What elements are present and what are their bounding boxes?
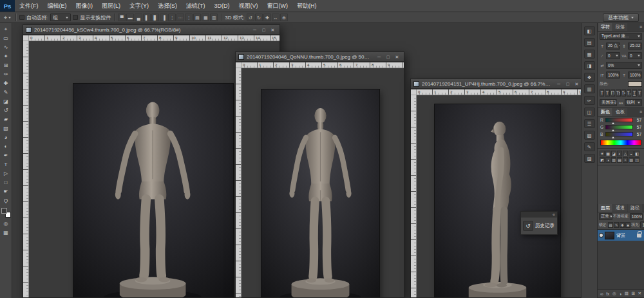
tracking-select[interactable]: 0 — [628, 52, 642, 59]
close-button[interactable]: ✕ — [393, 53, 401, 61]
delete-layer-icon[interactable]: ✕ — [638, 291, 641, 296]
slider-thumb[interactable] — [612, 129, 614, 131]
maximize-button[interactable]: □ — [564, 80, 572, 88]
red-slider[interactable] — [605, 118, 633, 122]
align-top-edges-icon[interactable]: ▀ — [118, 14, 126, 21]
lock-transparent-pixels-icon[interactable]: ▨ — [608, 222, 613, 228]
lock-all-icon[interactable]: ■ — [625, 222, 630, 228]
rectangular-marquee-tool[interactable]: ▭ — [1, 34, 10, 42]
crop-tool[interactable]: ⊞ — [1, 61, 10, 70]
notes-panel-icon[interactable]: ✎ — [584, 142, 595, 151]
properties-panel-icon[interactable]: ◨ — [584, 61, 595, 70]
history-panel-button[interactable]: ↺ 历史记录 — [521, 218, 557, 234]
clone-stamp-tool[interactable]: ◪ — [1, 97, 10, 106]
canvas-area[interactable] — [242, 68, 404, 297]
3d-rotate-icon[interactable]: ↺ — [247, 14, 254, 21]
character-style-button[interactable]: T̲ — [632, 89, 636, 97]
histogram-panel-icon[interactable]: ▦ — [584, 50, 595, 59]
brush-tool[interactable]: ✎ — [1, 88, 10, 97]
font-size-select[interactable]: 26 点 — [606, 42, 620, 50]
close-button[interactable]: ✕ — [573, 80, 581, 88]
auto-select-checkbox[interactable] — [19, 15, 24, 20]
proportional-spacing-select[interactable]: 0% — [606, 62, 642, 69]
gradient-tool[interactable]: ▧ — [1, 124, 10, 133]
brush-panel-icon[interactable]: ✑ — [584, 96, 595, 105]
tab-character[interactable]: 字符 — [598, 23, 612, 31]
menu-item[interactable]: 帮助(H) — [292, 0, 321, 12]
dodge-tool[interactable]: ◐ — [1, 142, 10, 151]
language-select[interactable]: 美国英语 — [600, 99, 617, 106]
distribute-top-edges-icon[interactable]: ⋮ — [168, 14, 176, 21]
curves-icon[interactable]: ◪ — [611, 151, 616, 156]
eyedropper-tool[interactable]: ✑ — [1, 70, 10, 79]
info-panel-icon[interactable]: ▤ — [584, 38, 595, 47]
pen-tool[interactable]: ✒ — [1, 151, 10, 160]
tab-swatches[interactable]: 色板 — [613, 108, 627, 116]
tool-preset-button[interactable]: ⌖ — [3, 14, 12, 21]
character-style-button[interactable]: Ŧ — [638, 89, 642, 97]
layer-effects-icon[interactable]: fx — [606, 292, 609, 296]
layer-group-icon[interactable]: ▤ — [625, 291, 629, 296]
color-swatches[interactable] — [1, 208, 11, 218]
blend-mode-select[interactable]: 正常 — [599, 213, 612, 220]
character-style-button[interactable]: TT — [611, 89, 615, 97]
lasso-tool[interactable]: ∿ — [1, 43, 10, 51]
quick-mask-button[interactable]: ◎ — [1, 219, 10, 228]
path-selection-tool[interactable]: ▷ — [1, 169, 10, 178]
opacity-field[interactable]: 100% — [630, 213, 643, 220]
align-bottom-edges-icon[interactable]: ▄ — [135, 14, 142, 21]
posterize-icon[interactable]: ▨ — [629, 157, 634, 163]
horizontal-scale-field[interactable]: 100% — [628, 71, 642, 79]
menu-item[interactable]: 滤镜(T) — [182, 0, 210, 12]
menu-item[interactable]: 图像(I) — [71, 0, 98, 12]
3d-roll-icon[interactable]: ↻ — [255, 14, 263, 21]
adjustment-layer-icon[interactable]: ◑ — [619, 292, 621, 296]
menu-item[interactable]: 编辑(E) — [43, 0, 71, 12]
styles-panel-icon[interactable]: ❖ — [584, 73, 595, 82]
character-style-button[interactable]: T — [605, 89, 609, 97]
spot-healing-brush-tool[interactable]: ✚ — [1, 79, 10, 88]
close-button[interactable]: ✕ — [269, 26, 277, 33]
align-vertical-centers-icon[interactable]: ▬ — [126, 14, 134, 21]
tab-paragraph[interactable]: 段落 — [613, 23, 627, 31]
align-horizontal-centers-icon[interactable]: ▋ — [151, 14, 159, 21]
glyphs-panel-icon[interactable]: ▧ — [584, 131, 595, 140]
show-transform-checkbox[interactable] — [73, 15, 78, 20]
maximize-button[interactable]: □ — [260, 26, 268, 33]
screen-mode-button[interactable]: ▦ — [1, 228, 10, 237]
distribute-horizontal-centers-icon[interactable]: ▦ — [202, 14, 209, 21]
blue-slider[interactable] — [605, 132, 633, 136]
distribute-right-edges-icon[interactable]: ▥ — [210, 14, 218, 21]
type-tool[interactable]: T — [1, 160, 10, 169]
canvas-area[interactable] — [417, 95, 583, 297]
layer-thumbnail[interactable] — [605, 232, 614, 239]
lock-image-pixels-icon[interactable]: ✎ — [614, 222, 619, 228]
menu-item[interactable]: 窗口(W) — [263, 0, 293, 12]
minimize-button[interactable]: ─ — [251, 26, 259, 33]
quick-selection-tool[interactable]: ✦ — [1, 52, 10, 61]
visibility-eye-icon[interactable] — [600, 234, 603, 237]
window-titlebar[interactable]: 20140719204456_kSCw4.thumb.700_0.jpeg @ … — [23, 25, 279, 35]
maximize-button[interactable]: □ — [384, 53, 392, 61]
photo-filter-icon[interactable]: ◑ — [605, 157, 611, 163]
layer-row-background[interactable]: 背景 — [598, 230, 644, 241]
blur-tool[interactable]: ◕ — [1, 133, 10, 142]
character-style-button[interactable]: T₁ — [627, 89, 631, 97]
align-left-edges-icon[interactable]: ▌ — [143, 14, 151, 21]
leading-select[interactable]: 25.02 点 — [628, 42, 642, 50]
link-layers-icon[interactable]: ∞ — [600, 292, 603, 296]
tab-layers[interactable]: 图层 — [598, 204, 612, 212]
color-balance-icon[interactable]: ◧ — [634, 151, 639, 156]
collapse-arrows-icon[interactable]: « — [553, 212, 555, 218]
auto-select-dropdown[interactable]: 组 — [50, 14, 71, 21]
slider-thumb[interactable] — [612, 122, 614, 124]
text-color-swatch[interactable] — [628, 81, 642, 87]
kerning-select[interactable]: 0 — [606, 52, 620, 59]
hand-tool[interactable]: ☛ — [1, 187, 10, 196]
tab-paths[interactable]: 路径 — [628, 204, 642, 212]
menu-item[interactable]: 文字(Y) — [125, 0, 153, 12]
new-layer-icon[interactable]: ⊞ — [631, 291, 634, 296]
color-lookup-icon[interactable]: ▤ — [617, 157, 622, 163]
window-titlebar[interactable]: 20140719204046_QoNNU.thumb.700_0.jpeg @ … — [236, 52, 404, 62]
slider-thumb[interactable] — [612, 136, 614, 138]
